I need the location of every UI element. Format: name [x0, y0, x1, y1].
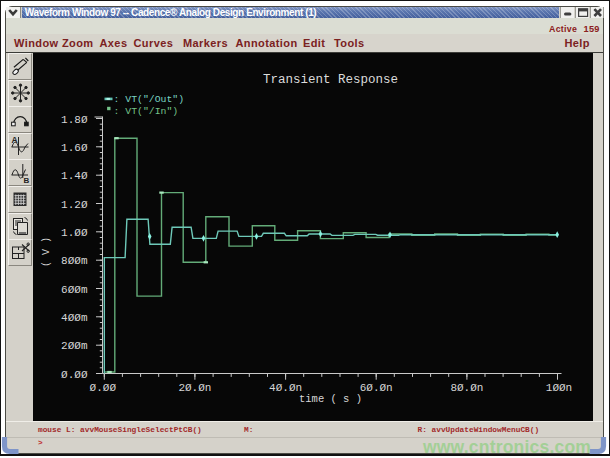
svg-text:: VT("/Out"): : VT("/Out"): [113, 94, 184, 105]
svg-text:1.6Ø: 1.6Ø: [61, 141, 88, 153]
svg-text:8Ø.Øn: 8Ø.Øn: [450, 382, 483, 394]
svg-text:6ØØm: 6ØØm: [61, 283, 88, 295]
svg-text:1.2Ø: 1.2Ø: [61, 198, 88, 210]
svg-text:4ØØm: 4ØØm: [61, 311, 88, 323]
svg-text:1.4Ø: 1.4Ø: [61, 170, 88, 182]
svg-text:8ØØm: 8ØØm: [61, 255, 88, 267]
svg-text:1.ØØ: 1.ØØ: [61, 226, 88, 238]
svg-text:2ØØm: 2ØØm: [61, 340, 88, 352]
svg-text:B: B: [24, 176, 30, 185]
svg-text:4Ø.Øn: 4Ø.Øn: [269, 382, 302, 394]
svg-text:Ø.ØØ: Ø.ØØ: [61, 368, 88, 380]
svg-text:time ( s ): time ( s ): [298, 393, 361, 405]
svg-text:6Ø.Øn: 6Ø.Øn: [359, 382, 392, 394]
svg-text:( V ): ( V ): [40, 236, 51, 266]
svg-text:2Ø.Øn: 2Ø.Øn: [178, 382, 211, 394]
svg-text:1.8Ø: 1.8Ø: [61, 113, 88, 125]
svg-text:: VT("/In"): : VT("/In"): [113, 105, 178, 116]
svg-text:Transient Response: Transient Response: [262, 72, 397, 86]
svg-text:Ø.ØØ: Ø.ØØ: [89, 382, 116, 394]
svg-text:1ØØn: 1ØØn: [545, 382, 571, 394]
